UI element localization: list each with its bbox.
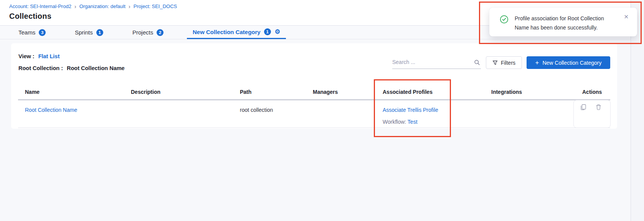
toast-message-line1: Profile association for Root Collection (515, 14, 622, 23)
collections-page: Account: SEI-Internal-Prod2 › Organizati… (0, 0, 644, 221)
filters-button[interactable]: Filters (486, 56, 522, 69)
filter-funnel-icon (492, 60, 498, 65)
column-header-integrations: Integrations (491, 89, 522, 95)
column-header-managers: Managers (313, 89, 338, 95)
view-row: View :Flat List (18, 53, 59, 59)
gear-icon[interactable]: ⚙ (275, 29, 280, 35)
success-toast: Profile association for Root Collection … (489, 8, 637, 36)
close-icon[interactable]: ✕ (624, 13, 629, 20)
collection-path-cell: root collection (240, 107, 273, 113)
tab-sprints-label: Sprints (75, 29, 93, 36)
collection-name-link[interactable]: Root Collection Name (25, 107, 77, 113)
view-label: View : (18, 53, 35, 59)
chevron-right-icon: › (129, 3, 130, 9)
search-icon[interactable] (474, 59, 480, 67)
column-header-path: Path (240, 89, 251, 95)
column-header-description: Description (131, 89, 160, 95)
tab-projects[interactable]: Projects 2 (132, 26, 163, 39)
tab-projects-count-badge: 2 (157, 29, 163, 36)
toast-message-line2: Name has been done successfully. (515, 23, 622, 33)
workflow-label: Workflow: (383, 119, 406, 125)
table-row-divider (18, 128, 610, 128)
search-box (392, 56, 481, 69)
table-header-divider (18, 99, 610, 100)
column-header-actions: Actions (582, 89, 602, 95)
tab-new-collection-category-count-badge: 1 (264, 28, 271, 35)
workflow-cell: Workflow: Test (383, 119, 418, 125)
flat-list-link[interactable]: Flat List (38, 53, 60, 59)
column-header-associated-profiles: Associated Profiles (383, 89, 433, 95)
tab-new-collection-category-label: New Collection Category (193, 29, 261, 35)
tab-projects-label: Projects (132, 29, 153, 36)
copy-icon[interactable] (580, 104, 586, 110)
breadcrumb-account-link[interactable]: Account: SEI-Internal-Prod2 (9, 3, 71, 9)
column-header-name: Name (25, 89, 40, 95)
tab-sprints-count-badge: 1 (96, 29, 103, 36)
chevron-right-icon: › (74, 3, 76, 9)
tab-sprints[interactable]: Sprints 1 (75, 26, 103, 39)
tab-teams[interactable]: Teams 3 (18, 26, 46, 39)
toast-message: Profile association for Root Collection … (515, 14, 622, 32)
breadcrumb-organization-link[interactable]: Organization: default (79, 3, 125, 9)
tab-new-collection-category[interactable]: New Collection Category 1 ⚙ (187, 26, 286, 39)
success-check-icon (500, 15, 509, 25)
tab-teams-count-badge: 3 (39, 29, 46, 36)
tab-teams-label: Teams (18, 29, 35, 36)
collections-card (11, 43, 617, 129)
search-input[interactable] (392, 56, 471, 68)
plus-icon: + (535, 59, 539, 66)
workflow-test-link[interactable]: Test (408, 119, 418, 125)
breadcrumb: Account: SEI-Internal-Prod2 › Organizati… (9, 3, 177, 9)
root-collection-row: Root Collection :Root Collection Name (18, 65, 125, 71)
filters-button-label: Filters (501, 60, 515, 66)
root-collection-label: Root Collection : (18, 65, 63, 71)
page-title: Collections (9, 12, 51, 21)
breadcrumb-project-link[interactable]: Project: SEI_DOCS (134, 3, 177, 9)
associate-trellis-profile-link[interactable]: Associate Trellis Profile (383, 107, 438, 113)
new-collection-category-button[interactable]: + New Collection Category (527, 56, 610, 69)
actions-cell-outline (573, 100, 611, 128)
root-collection-value: Root Collection Name (67, 65, 125, 71)
new-collection-category-button-label: New Collection Category (542, 60, 601, 66)
delete-icon[interactable] (595, 104, 602, 110)
